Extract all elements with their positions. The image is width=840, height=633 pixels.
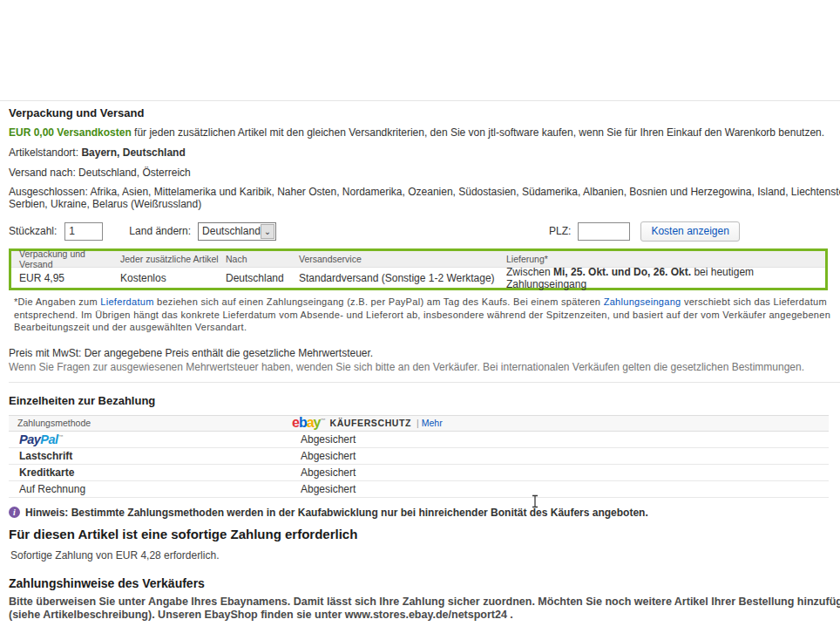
section-divider (9, 382, 840, 383)
header-packaging: Verpackung und Versand (11, 248, 120, 269)
item-location-line: Artikelstandort: Bayern, Deutschland (9, 146, 840, 159)
separator: | (417, 418, 419, 428)
status-badge: Abgesichert (292, 466, 356, 479)
buyer-protection-label: KÄUFERSCHUTZ (330, 418, 412, 428)
ebay-logo-letter: y (314, 415, 321, 430)
excluded-regions-line1: Ausgeschlossen: Afrika, Asien, Mittelame… (9, 187, 840, 199)
chevron-down-icon: ⌄ (261, 224, 274, 239)
buyer-protection-header: ebay™ KÄUFERSCHUTZ | Mehr (292, 416, 829, 430)
status-badge: Abgesichert (292, 433, 356, 446)
page-content: Verpackung und Versand EUR 0,00 Versandk… (0, 100, 840, 633)
payment-row-kreditkarte: Kreditkarte Abgesichert (9, 465, 829, 481)
delivery-date-link[interactable]: Lieferdatum (100, 296, 153, 307)
shipping-and-payment-page: Verpackung und Versand EUR 0,00 Versandk… (0, 0, 840, 633)
more-link[interactable]: Mehr (422, 418, 443, 428)
info-icon: i (9, 507, 20, 518)
plz-label: PLZ: (549, 225, 571, 237)
shipping-section-title: Verpackung und Versand (9, 106, 840, 119)
payment-row-auf-rechnung: Auf Rechnung Abgesichert (9, 481, 829, 498)
header-delivery: Lieferung* (506, 254, 825, 264)
vat-line1: Preis mit MwSt: Der angegebene Preis ent… (9, 347, 840, 360)
ships-to-line: Versand nach: Deutschland, Österreich (9, 167, 840, 179)
payment-table-header-row: Zahlungsmethode ebay™ KÄUFERSCHUTZ | Meh… (9, 415, 829, 432)
immediate-payment-title: Für diesen Artikel ist eine sofortige Za… (9, 527, 840, 541)
cell-additional-item: Kostenlos (120, 272, 226, 284)
cell-delivery: Zwischen Mi, 25. Okt. und Do, 26. Okt. b… (506, 266, 825, 290)
trademark-mark: ™ (58, 434, 64, 439)
show-costs-button[interactable]: Kosten anzeigen (640, 221, 739, 242)
payment-methods-table: Zahlungsmethode ebay™ KÄUFERSCHUTZ | Meh… (9, 415, 829, 498)
payment-method-name: Kreditkarte (9, 466, 292, 479)
seller-notes-text: Bitte überweisen Sie unter Angabe Ihres … (9, 596, 840, 622)
delivery-footnote: *Die Angaben zum Lieferdatum beziehen si… (14, 296, 833, 334)
text-cursor-icon (531, 494, 539, 512)
ebay-logo-letter: e (292, 415, 299, 430)
header-to: Nach (226, 254, 299, 264)
vat-line2: Wenn Sie Fragen zur ausgewiesenen Mehrwe… (9, 360, 840, 374)
footnote-text-1: *Die Angaben zum (14, 296, 100, 307)
ebay-logo: ebay™ (292, 416, 326, 430)
payment-section-title: Einzelheiten zur Bezahlung (9, 394, 840, 407)
country-select[interactable]: Deutschland ⌄ (198, 222, 276, 241)
excluded-regions-line2: Serbien, Ukraine, Belarus (Weißrussland) (9, 199, 840, 211)
payment-method-name: Lastschrift (9, 450, 292, 462)
trademark-mark: ™ (321, 418, 326, 423)
header-additional-item: Jeder zusätzliche Artikel (120, 254, 226, 264)
paypal-logo-part2: Pal (40, 432, 58, 446)
seller-notes-line1: Bitte überweisen Sie unter Angabe Ihres … (9, 596, 840, 609)
footnote-text-2: beziehen sich auf einen Zahlungseingang … (154, 296, 604, 307)
free-shipping-amount: EUR 0,00 Versandkosten (9, 126, 132, 139)
plz-input[interactable] (578, 222, 630, 241)
status-badge: Abgesichert (292, 450, 356, 462)
shipping-table-data-row: EUR 4,95 Kostenlos Deutschland Standardv… (11, 268, 825, 288)
payment-receipt-link[interactable]: Zahlungseingang (604, 296, 681, 307)
payment-method-header: Zahlungsmethode (9, 418, 292, 428)
immediate-payment-detail: Sofortige Zahlung von EUR 4,28 erforderl… (10, 549, 840, 562)
payment-row-paypal: PayPal™ Abgesichert (9, 432, 829, 448)
country-label: Land ändern: (129, 225, 191, 237)
delivery-prefix: Zwischen (506, 266, 553, 278)
item-location-value: Bayern, Deutschland (81, 146, 185, 159)
seller-notes-line2: (siehe Artikelbeschreibung). Unseren Eba… (9, 609, 840, 622)
free-shipping-promo-text: für jeden zusätzlichen Artikel mit den g… (132, 126, 824, 139)
payment-hint-text: Hinweis: Bestimmte Zahlungsmethoden werd… (25, 507, 648, 519)
shipping-calculator-form: Stückzahl: Land ändern: Deutschland ⌄ PL… (9, 221, 840, 241)
country-select-value: Deutschland (202, 225, 261, 237)
quantity-input[interactable] (64, 222, 103, 241)
free-shipping-promo: EUR 0,00 Versandkosten für jeden zusätzl… (9, 126, 840, 139)
ebay-logo-letter: b (299, 415, 307, 430)
cell-to: Deutschland (226, 272, 299, 284)
status-badge: Abgesichert (292, 483, 356, 495)
ebay-logo-letter: a (307, 415, 314, 430)
seller-notes-title: Zahlungshinweise des Verkäufers (9, 576, 840, 590)
payment-row-lastschrift: Lastschrift Abgesichert (9, 448, 829, 465)
quantity-label: Stückzahl: (9, 225, 57, 237)
item-location-label: Artikelstandort: (9, 146, 81, 159)
header-service: Versandservice (299, 254, 506, 264)
cell-service: Standardversand (Sonstige 1-2 Werktage) (299, 272, 506, 284)
payment-hint: i Hinweis: Bestimmte Zahlungsmethoden we… (9, 507, 840, 519)
cell-cost: EUR 4,95 (11, 272, 120, 284)
paypal-logo-part1: Pay (19, 432, 40, 446)
shipping-cost-table: Verpackung und Versand Jeder zusätzliche… (9, 248, 828, 290)
payment-method-name: Auf Rechnung (9, 483, 292, 495)
paypal-logo: PayPal™ (9, 432, 292, 447)
vat-note: Preis mit MwSt: Der angegebene Preis ent… (9, 347, 840, 374)
delivery-dates: Mi, 25. Okt. und Do, 26. Okt. (553, 266, 691, 278)
excluded-regions: Ausgeschlossen: Afrika, Asien, Mittelame… (9, 187, 840, 210)
